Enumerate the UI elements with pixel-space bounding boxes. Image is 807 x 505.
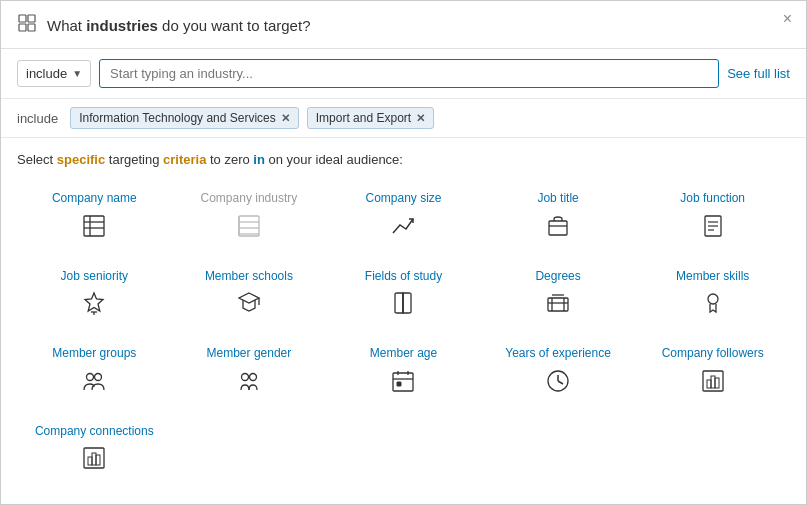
- company-followers-icon: [700, 368, 726, 398]
- targeting-title: Select specific targeting criteria to ze…: [17, 152, 790, 167]
- include-dropdown-label: include: [26, 66, 67, 81]
- targeting-item-member-groups[interactable]: Member groups: [17, 338, 172, 406]
- tag-import-export: Import and Export ✕: [307, 107, 434, 129]
- company-industry-label: Company industry: [201, 191, 298, 207]
- targeting-item-company-industry[interactable]: Company industry: [172, 183, 327, 251]
- svg-rect-50: [96, 455, 100, 465]
- company-size-label: Company size: [365, 191, 441, 207]
- include-dropdown[interactable]: include ▼: [17, 60, 91, 87]
- job-function-icon: [700, 213, 726, 243]
- degrees-label: Degrees: [535, 269, 580, 285]
- company-size-icon: [390, 213, 416, 243]
- targeting-item-member-schools[interactable]: Member schools: [172, 261, 327, 329]
- industry-search-input[interactable]: [99, 59, 719, 88]
- targeting-item-degrees[interactable]: Degrees: [481, 261, 636, 329]
- svg-point-30: [708, 294, 718, 304]
- svg-rect-2: [19, 24, 26, 31]
- highlight-criteria: criteria: [163, 152, 206, 167]
- member-groups-icon: [81, 368, 107, 398]
- svg-rect-46: [715, 378, 719, 388]
- modal: What industries do you want to target? ×…: [0, 0, 807, 505]
- member-gender-label: Member gender: [207, 346, 292, 362]
- degrees-icon: [545, 290, 571, 320]
- modal-title-bold: industries: [86, 17, 158, 34]
- tags-row: include Information Technology and Servi…: [1, 99, 806, 138]
- svg-point-33: [241, 373, 248, 380]
- company-industry-icon: [236, 213, 262, 243]
- member-gender-icon: [236, 368, 262, 398]
- tag-it-services: Information Technology and Services ✕: [70, 107, 299, 129]
- targeting-section: Select specific targeting criteria to ze…: [1, 138, 806, 504]
- targeting-item-company-name[interactable]: Company name: [17, 183, 172, 251]
- svg-rect-45: [711, 376, 715, 388]
- targeting-item-fields-of-study[interactable]: Fields of study: [326, 261, 481, 329]
- targeting-item-company-followers[interactable]: Company followers: [635, 338, 790, 406]
- svg-rect-3: [28, 24, 35, 31]
- svg-rect-49: [92, 453, 96, 465]
- svg-line-42: [558, 381, 563, 384]
- close-button[interactable]: ×: [783, 11, 792, 27]
- svg-point-34: [249, 373, 256, 380]
- svg-rect-44: [707, 380, 711, 388]
- svg-point-31: [87, 373, 94, 380]
- years-experience-label: Years of experience: [505, 346, 611, 362]
- targeting-item-company-size[interactable]: Company size: [326, 183, 481, 251]
- targeting-grid: Company name Company industry: [17, 183, 790, 483]
- targeting-item-job-title[interactable]: Job title: [481, 183, 636, 251]
- include-input-row: include ▼ See full list: [1, 49, 806, 99]
- member-skills-icon: [700, 290, 726, 320]
- years-experience-icon: [545, 368, 571, 398]
- svg-rect-13: [549, 221, 567, 235]
- member-age-icon: [390, 368, 416, 398]
- fields-of-study-label: Fields of study: [365, 269, 442, 285]
- highlight-specific: specific: [57, 152, 105, 167]
- fields-of-study-icon: [390, 290, 416, 320]
- member-age-label: Member age: [370, 346, 437, 362]
- job-function-label: Job function: [680, 191, 745, 207]
- job-seniority-label: Job seniority: [61, 269, 128, 285]
- industries-icon: [17, 13, 37, 38]
- svg-rect-25: [548, 298, 568, 311]
- tag-it-services-remove[interactable]: ✕: [281, 112, 290, 125]
- tag-it-services-text: Information Technology and Services: [79, 111, 276, 125]
- tag-import-export-remove[interactable]: ✕: [416, 112, 425, 125]
- targeting-item-years-experience[interactable]: Years of experience: [481, 338, 636, 406]
- see-full-list-link[interactable]: See full list: [727, 66, 790, 81]
- job-title-label: Job title: [537, 191, 578, 207]
- chevron-down-icon: ▼: [72, 68, 82, 79]
- svg-rect-8: [239, 216, 259, 236]
- svg-rect-39: [397, 382, 401, 386]
- svg-rect-4: [84, 216, 104, 236]
- targeting-item-job-seniority[interactable]: Job seniority: [17, 261, 172, 329]
- member-skills-label: Member skills: [676, 269, 749, 285]
- job-title-icon: [545, 213, 571, 243]
- targeting-item-job-function[interactable]: Job function: [635, 183, 790, 251]
- company-connections-icon: [81, 445, 107, 475]
- company-followers-label: Company followers: [662, 346, 764, 362]
- svg-point-32: [95, 373, 102, 380]
- company-connections-label: Company connections: [35, 424, 154, 440]
- svg-marker-22: [239, 293, 259, 303]
- company-name-icon: [81, 213, 107, 243]
- member-schools-label: Member schools: [205, 269, 293, 285]
- svg-rect-0: [19, 15, 26, 22]
- targeting-item-member-gender[interactable]: Member gender: [172, 338, 327, 406]
- modal-header: What industries do you want to target? ×: [1, 1, 806, 49]
- targeting-item-company-connections[interactable]: Company connections: [17, 416, 172, 484]
- tags-include-label: include: [17, 111, 58, 126]
- job-seniority-icon: [81, 290, 107, 320]
- tag-import-export-text: Import and Export: [316, 111, 411, 125]
- member-groups-label: Member groups: [52, 346, 136, 362]
- highlight-in: in: [253, 152, 265, 167]
- targeting-item-member-skills[interactable]: Member skills: [635, 261, 790, 329]
- company-name-label: Company name: [52, 191, 137, 207]
- modal-title: What industries do you want to target?: [47, 17, 310, 34]
- targeting-item-member-age[interactable]: Member age: [326, 338, 481, 406]
- svg-rect-1: [28, 15, 35, 22]
- svg-rect-48: [88, 457, 92, 465]
- svg-rect-35: [393, 373, 413, 391]
- member-schools-icon: [236, 290, 262, 320]
- svg-marker-19: [85, 293, 103, 311]
